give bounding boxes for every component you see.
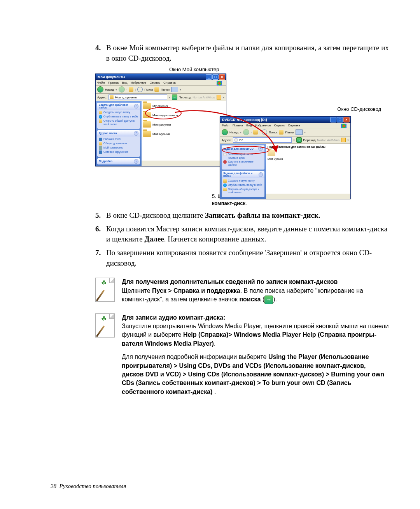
minimize-button[interactable]: _ <box>206 74 212 80</box>
delete-temp-icon <box>223 160 227 164</box>
menu-help[interactable]: Справка <box>163 81 175 84</box>
task-item[interactable]: Опубликовать папку в вебе <box>103 115 138 118</box>
back-button[interactable] <box>222 129 228 135</box>
minimize-button[interactable]: _ <box>330 117 336 122</box>
pending-folder[interactable]: Моя музыка <box>268 150 287 160</box>
step-text: . <box>318 211 320 219</box>
highlight-ellipse <box>145 107 182 119</box>
menu-view[interactable]: Вид <box>122 81 127 84</box>
folders-label: Папки <box>285 131 294 134</box>
figure-area: Окно Мой компьютер Окно CD-дисковод 4. П… <box>95 66 389 206</box>
menu-fav[interactable]: Избранное <box>255 124 271 127</box>
go-button[interactable]: → <box>296 137 302 143</box>
expand-icon[interactable]: ⌄ <box>134 159 138 164</box>
addr-label: Адрес: <box>222 138 231 142</box>
titlebar[interactable]: DVD/CD-RW дисковод (D:) _ □ × <box>220 117 350 123</box>
task-item[interactable]: Опубликовать папку в вебе <box>228 184 262 187</box>
titlebar[interactable]: Мои документы _ □ × <box>96 74 226 80</box>
back-button[interactable] <box>97 86 103 93</box>
page-footer: 28 Руководство пользователя <box>51 483 126 490</box>
step-4: 4. В окне Мой компьютер выберите файлы и… <box>95 43 389 63</box>
views-button[interactable] <box>171 87 178 92</box>
forward-button[interactable] <box>119 86 125 93</box>
task-item[interactable]: Удалить временные файлы <box>228 160 263 167</box>
up-icon[interactable] <box>129 87 133 92</box>
folders-label: Папки <box>161 88 170 91</box>
place-item[interactable]: Сетевое окружение <box>103 150 128 154</box>
task-item[interactable]: Открыть общий доступ к этой папке <box>228 188 263 194</box>
views-button[interactable] <box>296 129 303 135</box>
menu-view[interactable]: Вид <box>246 124 252 127</box>
page-number: 28 <box>51 483 56 489</box>
publish-icon <box>99 115 102 119</box>
norton-icon <box>217 95 221 100</box>
menu-edit[interactable]: Правка <box>233 124 243 127</box>
note-line: Щелкните <box>122 287 152 294</box>
step-bold: Далее <box>145 235 164 243</box>
collapse-icon[interactable]: ⌃ <box>134 131 138 136</box>
step-bold: Записать файлы на компакт-диск <box>205 211 318 219</box>
menu-fav[interactable]: Избранное <box>131 81 147 84</box>
file-pane[interactable]: Подготовленные для записи на CD файлы Мо… <box>266 144 350 194</box>
close-button[interactable]: × <box>219 74 225 80</box>
maximize-button[interactable]: □ <box>212 74 219 80</box>
step-text: В окне CD-дисковод щелкните <box>106 211 205 219</box>
folders-icon[interactable] <box>279 130 284 135</box>
close-button[interactable]: × <box>343 117 350 122</box>
place-item[interactable]: Общие документы <box>103 142 127 145</box>
step-num: 4. <box>95 43 106 63</box>
menu-tools[interactable]: Сервис <box>150 81 160 84</box>
place-item[interactable]: Мой компьютер <box>103 146 123 149</box>
menu-file[interactable]: Файл <box>97 81 105 84</box>
folder-item[interactable]: Моя музыка <box>143 131 224 137</box>
place-item[interactable]: Рабочий стол <box>103 138 121 141</box>
folder-icon <box>143 131 151 137</box>
go-label: Переход <box>303 138 316 142</box>
search-label: Поиск <box>269 131 277 134</box>
step-text: . Начнется копирование данных. <box>164 235 266 243</box>
menubar: Файл Правка Вид Избранное Сервис Справка <box>220 123 350 128</box>
menu-help[interactable]: Справка <box>288 124 300 127</box>
panel-details: Подробно⌄ <box>97 158 140 164</box>
menu-edit[interactable]: Правка <box>108 81 119 84</box>
caption-my-computer: Окно Мой компьютер <box>169 66 219 72</box>
note-line: ( <box>261 296 264 303</box>
note-line: ). <box>273 296 277 303</box>
norton-icon <box>341 138 346 142</box>
folder-item[interactable]: Мои рисунки <box>143 121 224 128</box>
go-button[interactable]: → <box>172 94 177 100</box>
up-icon[interactable] <box>253 130 258 135</box>
step-5: 5. В окне CD-дисковод щелкните Записать … <box>95 210 389 221</box>
window-title: Мои документы <box>98 75 125 79</box>
forward-button[interactable] <box>243 129 249 135</box>
note-more-info: ☘ Для получения дополнительных сведений … <box>95 278 389 304</box>
step-num: 7. <box>95 248 106 268</box>
note-title: Для записи аудио компакт-диска: <box>122 314 225 321</box>
task-item[interactable]: Открыть общий доступ к этой папке <box>103 119 138 126</box>
shared-icon <box>99 142 102 145</box>
task-item[interactable]: Создать новую папку <box>103 111 130 114</box>
address-input[interactable]: Мои документы <box>108 94 167 100</box>
note-bold: поиска <box>239 296 261 303</box>
disc-icon <box>234 138 238 142</box>
search-icon[interactable] <box>137 87 143 92</box>
menu-file[interactable]: Файл <box>222 124 229 127</box>
sidebar: Задачи для файлов и папок⌃ Создать новую… <box>96 101 142 166</box>
panel-places: Другие места⌃ Рабочий стол Общие докумен… <box>97 130 140 157</box>
addr-value: D:\ <box>239 138 243 142</box>
caption-cd-drive: Окно CD-дисковод <box>337 106 381 112</box>
maximize-button[interactable]: □ <box>337 117 343 122</box>
go-label: Переход <box>179 96 191 99</box>
search-icon[interactable] <box>262 129 267 135</box>
footer-title: Руководство пользователя <box>60 483 126 489</box>
mycomputer-icon <box>99 146 102 150</box>
menu-tools[interactable]: Сервис <box>274 124 285 127</box>
collapse-icon[interactable]: ⌃ <box>259 172 263 177</box>
task-item[interactable]: Создать новую папку <box>228 179 255 182</box>
pending-header: Подготовленные для записи на CD файлы <box>268 145 349 148</box>
menubar: Файл Правка Вид Избранное Сервис Справка <box>96 80 226 86</box>
folders-icon[interactable] <box>154 87 159 92</box>
collapse-icon[interactable]: ⌃ <box>134 104 138 108</box>
folder-label: Мои рисунки <box>152 123 171 126</box>
address-input[interactable]: D:\ <box>233 137 291 143</box>
